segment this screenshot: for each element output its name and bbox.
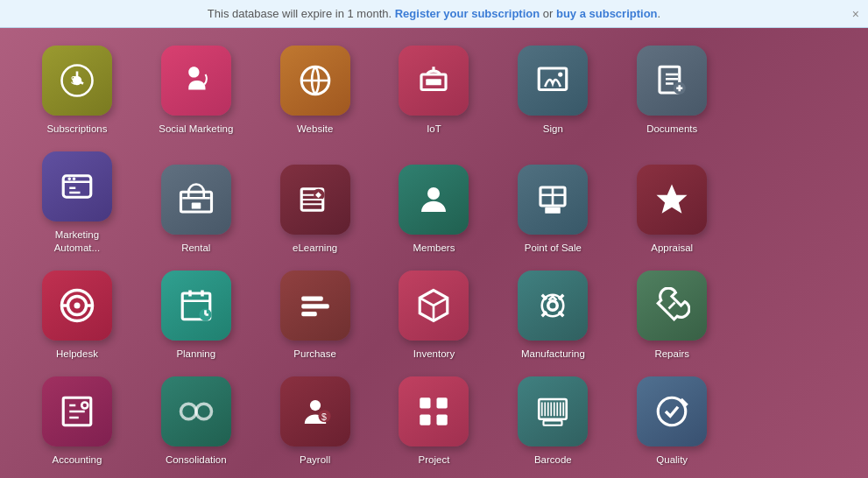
manufacturing-icon bbox=[518, 271, 588, 341]
inventory-icon bbox=[399, 271, 469, 341]
planning-label: Planning bbox=[176, 348, 215, 361]
svg-point-46 bbox=[310, 400, 321, 411]
svg-point-19 bbox=[427, 187, 440, 200]
repairs-icon bbox=[637, 271, 707, 341]
point-of-sale-label: Point of Sale bbox=[525, 242, 582, 255]
app-item-sign[interactable]: Sign bbox=[493, 37, 612, 143]
svg-point-44 bbox=[180, 404, 196, 419]
project-icon bbox=[399, 376, 469, 446]
register-link[interactable]: Register your subscription bbox=[395, 7, 540, 20]
marketing-automation-label: Marketing Automat... bbox=[38, 228, 116, 255]
barcode-icon bbox=[518, 376, 588, 446]
svg-point-14 bbox=[73, 177, 76, 180]
app-item-repairs[interactable]: Repairs bbox=[612, 262, 731, 368]
purchase-label: Purchase bbox=[293, 348, 336, 361]
app-item-planning[interactable]: Planning bbox=[137, 262, 256, 368]
app-item-manufacturing[interactable]: Manufacturing bbox=[493, 262, 612, 368]
accounting-icon bbox=[42, 376, 112, 446]
accounting-label: Accounting bbox=[52, 453, 102, 467]
consolidation-icon bbox=[161, 376, 231, 446]
social-marketing-label: Social Marketing bbox=[159, 123, 233, 136]
apps-grid: $SubscriptionsSocial MarketingWebsiteIoT… bbox=[0, 28, 868, 478]
app-item-purchase[interactable]: Purchase bbox=[256, 262, 375, 368]
app-item-rental[interactable]: Rental bbox=[137, 143, 256, 262]
app-item-accounting[interactable]: Accounting bbox=[18, 368, 137, 474]
rental-label: Rental bbox=[181, 242, 210, 255]
svg-rect-51 bbox=[420, 414, 431, 425]
svg-rect-15 bbox=[180, 192, 211, 212]
planning-icon bbox=[161, 271, 231, 341]
elearning-icon bbox=[280, 165, 350, 235]
rental-icon bbox=[161, 165, 231, 235]
app-item-quality[interactable]: Quality bbox=[612, 368, 731, 474]
iot-icon bbox=[399, 46, 469, 116]
app-item-elearning[interactable]: eLearning bbox=[256, 143, 375, 262]
app-item-app-row4-1[interactable] bbox=[18, 474, 137, 478]
payroll-icon: $ bbox=[280, 376, 350, 446]
documents-icon bbox=[637, 46, 707, 116]
app-item-app-row4-2[interactable] bbox=[137, 474, 256, 478]
helpdesk-label: Helpdesk bbox=[56, 348, 98, 361]
app-item-social-marketing[interactable]: Social Marketing bbox=[137, 37, 256, 143]
marketing-automation-icon bbox=[42, 151, 112, 221]
quality-icon bbox=[637, 376, 707, 446]
svg-point-39 bbox=[548, 301, 558, 311]
website-icon bbox=[280, 46, 350, 116]
app-item-project[interactable]: Project bbox=[375, 368, 494, 474]
sign-icon bbox=[518, 46, 588, 116]
app-item-app-row4-5[interactable] bbox=[493, 474, 612, 478]
app-item-helpdesk[interactable]: Helpdesk bbox=[18, 262, 137, 368]
purchase-icon bbox=[280, 271, 350, 341]
app-item-marketing-automation[interactable]: Marketing Automat... bbox=[18, 143, 137, 262]
subscriptions-icon: $ bbox=[42, 46, 112, 116]
svg-point-40 bbox=[542, 295, 564, 317]
buy-link[interactable]: buy a subscription bbox=[556, 7, 658, 20]
app-item-appraisal[interactable]: Appraisal bbox=[612, 143, 731, 262]
app-item-website[interactable]: Website bbox=[256, 37, 375, 143]
website-label: Website bbox=[297, 123, 333, 136]
members-icon bbox=[399, 165, 469, 235]
svg-rect-54 bbox=[544, 420, 562, 425]
app-item-subscriptions[interactable]: $Subscriptions bbox=[18, 37, 137, 143]
documents-label: Documents bbox=[646, 123, 697, 136]
app-item-payroll[interactable]: $Payroll bbox=[256, 368, 375, 474]
svg-point-45 bbox=[196, 404, 212, 419]
appraisal-icon bbox=[637, 165, 707, 235]
project-label: Project bbox=[419, 453, 450, 467]
svg-rect-49 bbox=[420, 397, 431, 408]
inventory-label: Inventory bbox=[413, 348, 455, 361]
payroll-label: Payroll bbox=[300, 453, 330, 467]
app-item-documents[interactable]: Documents bbox=[612, 37, 731, 143]
app-item-members[interactable]: Members bbox=[375, 143, 494, 262]
notification-bar: This database will expire in 1 month. Re… bbox=[0, 0, 868, 28]
iot-label: IoT bbox=[427, 123, 441, 136]
barcode-label: Barcode bbox=[534, 453, 572, 467]
svg-rect-16 bbox=[192, 202, 201, 208]
app-item-app-row4-6[interactable]: SMS bbox=[612, 474, 731, 478]
svg-rect-50 bbox=[437, 397, 448, 408]
appraisal-label: Appraisal bbox=[651, 242, 693, 255]
notification-close-button[interactable]: × bbox=[852, 7, 859, 21]
notification-end: . bbox=[658, 7, 661, 20]
app-item-app-row4-4[interactable] bbox=[375, 474, 494, 478]
svg-rect-53 bbox=[540, 399, 568, 419]
app-item-point-of-sale[interactable]: Point of Sale bbox=[493, 143, 612, 262]
app-item-consolidation[interactable]: Consolidation bbox=[137, 368, 256, 474]
svg-point-27 bbox=[74, 302, 80, 308]
consolidation-label: Consolidation bbox=[166, 453, 227, 467]
elearning-label: eLearning bbox=[293, 242, 337, 255]
app-item-barcode[interactable]: Barcode bbox=[493, 368, 612, 474]
app-item-iot[interactable]: IoT bbox=[375, 37, 494, 143]
svg-point-9 bbox=[558, 72, 562, 76]
manufacturing-label: Manufacturing bbox=[521, 348, 585, 361]
svg-rect-12 bbox=[63, 176, 91, 198]
subscriptions-label: Subscriptions bbox=[46, 123, 107, 136]
svg-rect-23 bbox=[546, 207, 561, 214]
app-item-app-row4-7[interactable] bbox=[731, 474, 850, 478]
notification-separator: or bbox=[543, 7, 556, 20]
svg-marker-24 bbox=[657, 184, 688, 213]
app-item-inventory[interactable]: Inventory bbox=[375, 262, 494, 368]
svg-rect-52 bbox=[437, 414, 448, 425]
svg-point-43 bbox=[81, 402, 88, 408]
point-of-sale-icon bbox=[518, 165, 588, 235]
